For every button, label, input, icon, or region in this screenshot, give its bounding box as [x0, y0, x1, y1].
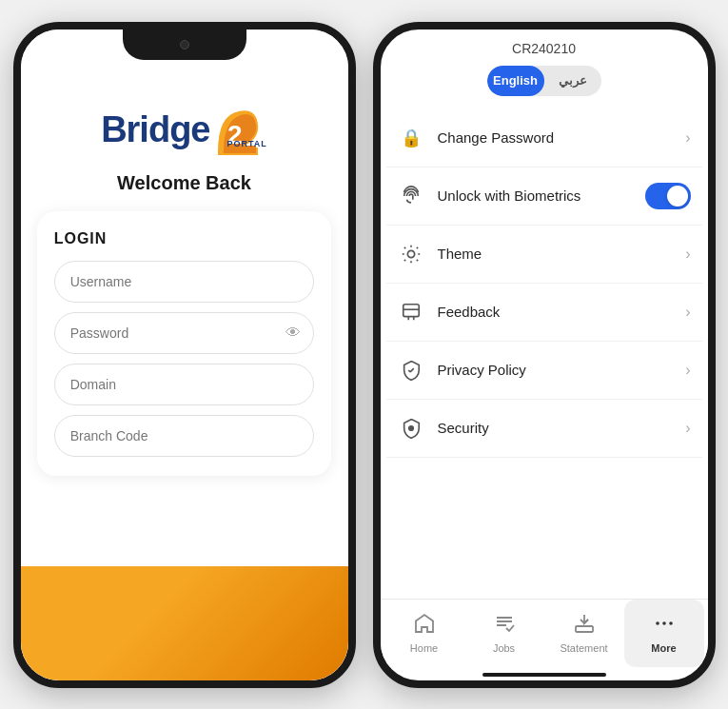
- nav-home-label: Home: [410, 642, 438, 654]
- branchcode-wrapper: [54, 415, 315, 457]
- menu-item-feedback[interactable]: Feedback ›: [386, 284, 702, 342]
- chevron-icon-privacy: ›: [685, 362, 690, 379]
- lang-english-label: English: [493, 73, 538, 88]
- bottom-nav: Home Jobs: [381, 599, 708, 667]
- biometrics-label: Unlock with Biometrics: [438, 187, 645, 204]
- language-toggle-inner: English عربي: [487, 66, 601, 96]
- logo-area: Bridge 2 PORTAL: [101, 106, 267, 155]
- login-title: LOGIN: [54, 230, 315, 247]
- username-input[interactable]: [54, 261, 315, 303]
- theme-label: Theme: [438, 246, 686, 262]
- svg-point-23: [669, 621, 673, 625]
- cr-number: CR240210: [381, 41, 708, 56]
- login-card: LOGIN 👁: [37, 211, 332, 476]
- nav-statement-label: Statement: [560, 642, 607, 654]
- left-phone: Bridge 2 PORTAL Welcome Back LOGIN 👁: [13, 22, 356, 688]
- svg-line-7: [416, 259, 417, 260]
- jobs-icon: [493, 612, 516, 640]
- password-wrapper: 👁: [54, 312, 315, 354]
- nav-home[interactable]: Home: [384, 600, 464, 667]
- right-phone: CR240210 English عربي 🔒 Change Password …: [373, 22, 716, 688]
- chevron-icon-security: ›: [685, 420, 690, 437]
- feedback-label: Feedback: [438, 304, 686, 320]
- home-indicator: [482, 673, 606, 677]
- password-input[interactable]: [54, 312, 315, 354]
- menu-item-security[interactable]: Security ›: [386, 400, 702, 458]
- theme-icon: [398, 241, 424, 267]
- svg-line-8: [403, 259, 404, 260]
- menu-item-change-password[interactable]: 🔒 Change Password ›: [386, 109, 702, 167]
- security-label: Security: [438, 420, 686, 436]
- feedback-icon: [398, 299, 424, 325]
- change-password-label: Change Password: [438, 129, 686, 146]
- toggle-knob: [667, 186, 688, 207]
- privacy-label: Privacy Policy: [438, 362, 686, 378]
- logo-portal: PORTAL: [227, 139, 267, 148]
- privacy-icon: [398, 357, 424, 384]
- nav-more-label: More: [651, 642, 676, 654]
- svg-rect-10: [403, 304, 419, 316]
- lang-arabic-button[interactable]: عربي: [544, 66, 601, 96]
- security-icon: [398, 415, 424, 442]
- biometrics-toggle[interactable]: [645, 183, 691, 209]
- svg-line-15: [410, 368, 414, 372]
- camera: [180, 40, 189, 49]
- chevron-icon-change-password: ›: [685, 129, 690, 147]
- menu-item-privacy[interactable]: Privacy Policy ›: [386, 342, 702, 400]
- nav-statement[interactable]: Statement: [544, 600, 624, 667]
- right-phone-content: CR240210 English عربي 🔒 Change Password …: [381, 30, 708, 680]
- logo-text: Bridge: [101, 109, 209, 150]
- svg-line-6: [403, 246, 404, 247]
- more-icon: [653, 612, 676, 640]
- lock-icon: 🔒: [398, 125, 424, 151]
- fingerprint-icon: [398, 183, 424, 209]
- menu-item-theme[interactable]: Theme ›: [386, 226, 702, 284]
- home-icon: [413, 612, 436, 640]
- svg-rect-20: [576, 626, 593, 632]
- language-toggle: English عربي: [381, 66, 708, 96]
- welcome-text: Welcome Back: [117, 172, 251, 194]
- svg-point-16: [408, 425, 413, 430]
- chevron-icon-feedback: ›: [685, 304, 690, 321]
- svg-point-22: [662, 621, 666, 625]
- nav-jobs-label: Jobs: [493, 642, 515, 654]
- nav-jobs[interactable]: Jobs: [464, 600, 544, 667]
- lang-english-button[interactable]: English: [487, 66, 544, 96]
- lang-arabic-label: عربي: [559, 73, 587, 88]
- username-wrapper: [54, 261, 315, 303]
- svg-line-9: [416, 246, 417, 247]
- notch: [123, 30, 246, 60]
- domain-wrapper: [54, 364, 315, 405]
- password-toggle-icon[interactable]: 👁: [285, 325, 301, 342]
- bottom-accent: [21, 566, 348, 680]
- svg-point-1: [407, 250, 414, 257]
- menu-item-biometrics[interactable]: Unlock with Biometrics: [386, 167, 702, 226]
- left-phone-content: Bridge 2 PORTAL Welcome Back LOGIN 👁: [21, 30, 348, 680]
- chevron-icon-theme: ›: [685, 246, 690, 263]
- branchcode-input[interactable]: [54, 415, 315, 457]
- domain-input[interactable]: [54, 364, 315, 405]
- nav-more[interactable]: More: [624, 600, 704, 667]
- statement-icon: [573, 612, 596, 640]
- menu-list: 🔒 Change Password › Unlock with Bio: [381, 109, 708, 599]
- svg-point-21: [656, 621, 659, 625]
